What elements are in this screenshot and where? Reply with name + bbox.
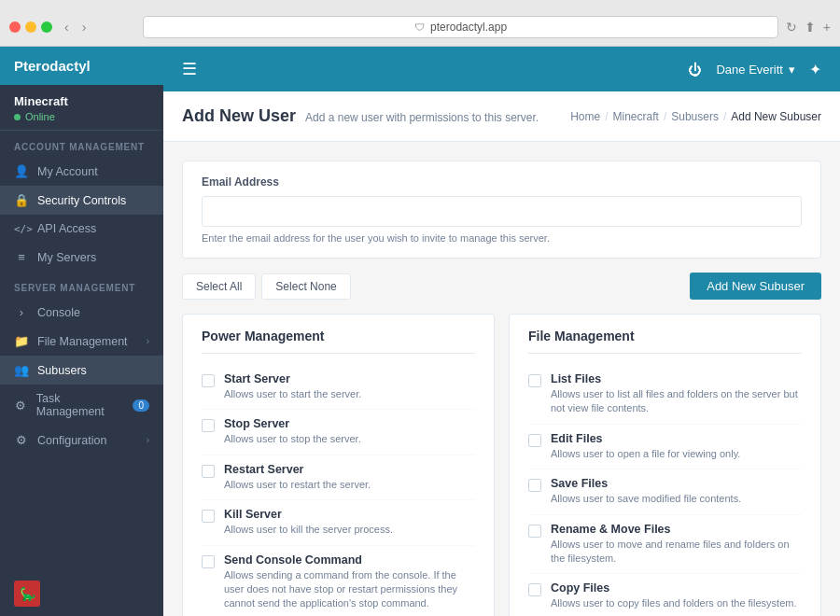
perm-name: List Files <box>551 372 802 385</box>
status-indicator <box>14 114 21 120</box>
select-none-button[interactable]: Select None <box>261 273 350 300</box>
perm-desc: Allows sending a command from the consol… <box>224 568 475 611</box>
servers-icon: ≡ <box>14 250 29 264</box>
user-dropdown[interactable]: Dane Everitt ▾ <box>716 63 795 77</box>
perm-name: Send Console Command <box>224 553 475 567</box>
perm-checkbox-rename-files[interactable] <box>528 525 541 538</box>
sidebar-item-file-management[interactable]: 📁 File Management › <box>0 327 163 356</box>
breadcrumb: Home / Minecraft / Subusers / Add New Su… <box>570 110 821 123</box>
sidebar-item-my-account[interactable]: 👤 My Account <box>0 157 163 186</box>
sidebar-item-task-management[interactable]: ⚙ Task Management 0 <box>0 385 163 426</box>
top-navbar: ☰ ⏻ Dane Everitt ▾ ✦ <box>163 47 840 91</box>
hamburger-button[interactable]: ☰ <box>182 59 197 79</box>
perm-checkbox-start-server[interactable] <box>202 374 215 387</box>
security-icon: 🔒 <box>14 193 29 207</box>
perm-checkbox-edit-files[interactable] <box>528 434 541 447</box>
subusers-icon: 👥 <box>14 363 29 377</box>
sidebar-item-subusers[interactable]: 👥 Subusers <box>0 356 163 385</box>
add-subuser-button[interactable]: Add New Subuser <box>690 273 821 300</box>
perm-desc: Allows user to restart the server. <box>224 478 475 492</box>
add-tab-icon[interactable]: + <box>823 20 831 35</box>
forward-button[interactable]: › <box>77 18 91 36</box>
select-buttons: Select All Select None <box>182 273 351 300</box>
breadcrumb-current: Add New Subuser <box>731 110 821 123</box>
task-icon: ⚙ <box>14 399 28 413</box>
address-bar[interactable]: 🛡 pterodactyl.app <box>143 16 777 38</box>
minimize-window-button[interactable] <box>25 21 36 33</box>
sidebar: Pterodactyl Minecraft Online Account Man… <box>0 47 163 616</box>
power-icon[interactable]: ⏻ <box>688 62 702 77</box>
perm-checkbox-stop-server[interactable] <box>202 419 215 432</box>
perm-edit-files: Edit Files Allows user to open a file fo… <box>528 425 802 469</box>
reload-icon[interactable]: ↻ <box>786 20 797 35</box>
sidebar-item-api-access[interactable]: </> API Access <box>0 215 163 243</box>
email-section: Email Address Enter the email address fo… <box>182 161 821 259</box>
perm-kill-server: Kill Server Allows user to kill the serv… <box>202 500 475 545</box>
perm-start-server: Start Server Allows user to start the se… <box>202 365 475 410</box>
chevron-right-icon: › <box>147 336 149 346</box>
sidebar-item-label: File Management <box>37 335 128 348</box>
power-panel-title: Power Management <box>202 329 475 354</box>
perm-desc: Allows user to open a file for viewing o… <box>551 447 802 461</box>
back-button[interactable]: ‹ <box>60 18 74 36</box>
breadcrumb-home[interactable]: Home <box>570 110 600 123</box>
perm-checkbox-restart-server[interactable] <box>202 465 215 478</box>
permissions-grid: Power Management Start Server Allows use… <box>182 314 821 616</box>
server-info: Minecraft Online <box>0 85 163 131</box>
content-header: Add New User Add a new user with permiss… <box>163 91 840 142</box>
url-text: pterodactyl.app <box>430 21 507 34</box>
page-title: Add New User <box>182 106 296 126</box>
perm-list-files: List Files Allows user to list all files… <box>528 365 802 425</box>
perm-name: Start Server <box>224 372 475 385</box>
close-window-button[interactable] <box>9 21 21 33</box>
task-badge: 0 <box>133 399 149 412</box>
browser-chrome: ‹ › 🛡 pterodactyl.app ↻ ⬆ + <box>0 0 840 47</box>
perm-desc: Allows user to save modified file conten… <box>551 492 802 506</box>
maximize-window-button[interactable] <box>41 21 52 33</box>
perm-checkbox-copy-files[interactable] <box>528 583 541 596</box>
perm-name: Kill Server <box>224 508 475 521</box>
perm-checkbox-kill-server[interactable] <box>202 510 215 523</box>
breadcrumb-minecraft[interactable]: Minecraft <box>613 110 659 123</box>
sidebar-item-label: Subusers <box>37 364 87 377</box>
breadcrumb-subusers[interactable]: Subusers <box>671 110 719 123</box>
perm-desc: Allows user to move and rename files and… <box>551 538 802 567</box>
select-all-button[interactable]: Select All <box>182 273 256 300</box>
sidebar-item-label: My Servers <box>37 251 96 264</box>
sidebar-item-configuration[interactable]: ⚙ Configuration › <box>0 426 163 455</box>
breadcrumb-sep-2: / <box>664 110 666 123</box>
page-subtitle: Add a new user with permissions to this … <box>305 111 539 124</box>
perm-checkbox-list-files[interactable] <box>528 374 541 387</box>
sidebar-item-my-servers[interactable]: ≡ My Servers <box>0 243 163 272</box>
perm-name: Rename & Move Files <box>551 523 802 536</box>
perm-info: Stop Server Allows user to stop the serv… <box>224 417 475 446</box>
perm-copy-files: Copy Files Allows user to copy files and… <box>528 574 802 616</box>
share-button[interactable]: ✦ <box>809 61 821 78</box>
sidebar-item-label: Task Management <box>36 392 125 418</box>
perm-desc: Allows user to stop the server. <box>224 432 475 446</box>
email-input[interactable] <box>202 196 802 227</box>
sidebar-item-console[interactable]: › Console <box>0 298 163 327</box>
perm-info: Save Files Allows user to save modified … <box>551 477 802 506</box>
sidebar-item-label: Configuration <box>37 434 106 447</box>
sidebar-item-security-controls[interactable]: 🔒 Security Controls <box>0 186 163 215</box>
perm-info: Restart Server Allows user to restart th… <box>224 463 475 492</box>
share-icon[interactable]: ⬆ <box>805 20 816 35</box>
perm-info: Edit Files Allows user to open a file fo… <box>551 432 802 461</box>
app-container: Pterodactyl Minecraft Online Account Man… <box>0 47 840 616</box>
perm-info: Send Console Command Allows sending a co… <box>224 553 475 611</box>
api-icon: </> <box>14 223 29 235</box>
sidebar-item-label: My Account <box>37 165 98 178</box>
config-icon: ⚙ <box>14 433 29 447</box>
power-management-panel: Power Management Start Server Allows use… <box>182 314 495 616</box>
perm-save-files: Save Files Allows user to save modified … <box>528 469 802 514</box>
email-label: Email Address <box>202 175 802 189</box>
perm-name: Restart Server <box>224 463 475 476</box>
server-name: Minecraft <box>14 94 149 108</box>
perm-checkbox-console[interactable] <box>202 555 215 568</box>
pterodactyl-logo: 🦕 <box>14 581 40 607</box>
email-hint: Enter the email address for the user you… <box>202 232 802 244</box>
server-status: Online <box>14 111 149 122</box>
browser-navigation: ‹ › <box>60 18 91 36</box>
perm-checkbox-save-files[interactable] <box>528 479 541 492</box>
